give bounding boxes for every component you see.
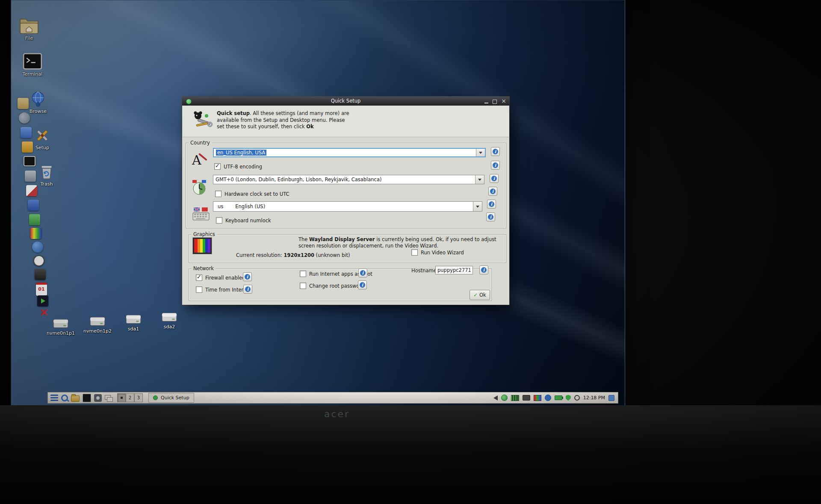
tray-eject-icon[interactable]: [608, 395, 614, 401]
desktop-icon-label: Setup: [35, 145, 49, 150]
mini-save-icon[interactable]: [28, 200, 39, 211]
keyboard-combobox[interactable]: us English (US): [213, 201, 482, 212]
graphics-display-icon: [193, 238, 212, 254]
info-button[interactable]: i: [358, 280, 367, 289]
mini-console-icon[interactable]: [24, 156, 35, 166]
info-button[interactable]: i: [487, 200, 496, 209]
mini-search-icon[interactable]: [33, 255, 44, 266]
info-button[interactable]: i: [479, 265, 488, 274]
mini-user-icon[interactable]: [32, 242, 43, 253]
checkbox-box: [216, 217, 222, 224]
workspace-1[interactable]: [117, 393, 126, 402]
workspace-2[interactable]: 2: [126, 393, 134, 402]
locale-dropdown-arrow[interactable]: [476, 149, 485, 156]
info-button[interactable]: i: [358, 268, 367, 277]
tray-keyboard-layout-icon[interactable]: [523, 395, 530, 401]
drive-icon: [53, 318, 69, 330]
mini-install-icon[interactable]: [21, 127, 32, 138]
info-button[interactable]: i: [488, 187, 497, 196]
desktop-icon-setup[interactable]: Setup: [30, 127, 55, 150]
menu-icon[interactable]: [50, 394, 58, 402]
desktop-icon-trash[interactable]: Trash: [34, 164, 59, 187]
ok-button[interactable]: ✓ Ok: [470, 290, 490, 300]
locale-value: en_US English, USA: [216, 150, 266, 156]
info-button[interactable]: i: [491, 161, 500, 170]
taskbar-task-quick-setup[interactable]: Quick Setup: [148, 393, 194, 403]
mini-palette-icon[interactable]: [30, 228, 41, 239]
desktop-drive-sda2[interactable]: sda2: [154, 311, 184, 330]
mini-home-icon[interactable]: [18, 98, 29, 109]
timezone-globe-icon: [192, 179, 207, 196]
maximize-button[interactable]: [493, 100, 497, 104]
folder-home-icon: [19, 18, 39, 35]
checkbox-box: [300, 271, 306, 277]
info-icon: i: [491, 176, 497, 181]
tray-cpu-monitor-icon[interactable]: [511, 395, 519, 401]
check-icon: ✓: [197, 274, 201, 280]
info-button[interactable]: i: [243, 285, 252, 294]
hwclock-checkbox[interactable]: Hardware clock set to UTC: [215, 191, 289, 197]
tray-display-icon[interactable]: [534, 395, 541, 401]
tray-updates-icon[interactable]: [574, 395, 580, 401]
mini-mount-icon[interactable]: [25, 171, 36, 182]
resolution-text: Current resolution: 1920x1200 (unknown b…: [236, 252, 350, 258]
minimize-button[interactable]: [484, 102, 488, 103]
video-wizard-checkbox[interactable]: Run Video Wizard: [411, 249, 464, 256]
system-tray: 12:18 PM: [493, 395, 615, 401]
graphics-frame-label: Graphics: [192, 231, 217, 237]
info-icon: i: [493, 149, 498, 154]
info-icon: i: [490, 189, 496, 194]
firewall-checkbox[interactable]: ✓ Firewall enabled: [196, 274, 245, 281]
desktop-icon-file[interactable]: File: [16, 18, 42, 41]
quick-setup-window: Quick Setup × Quick setup. All these set…: [182, 97, 509, 305]
keyboard-dropdown-arrow[interactable]: [473, 202, 482, 211]
bezel-logo: acer: [324, 409, 350, 419]
mini-edit-icon[interactable]: [26, 185, 37, 196]
info-button[interactable]: i: [490, 174, 499, 183]
mini-network-icon[interactable]: [19, 112, 30, 124]
tray-volume-icon[interactable]: [493, 395, 498, 401]
mini-quit-icon[interactable]: ×: [38, 307, 50, 318]
timezone-combobox[interactable]: GMT+0 (London, Dublin, Edinburgh, Lisbon…: [213, 175, 484, 184]
search-icon[interactable]: [61, 395, 68, 401]
mini-calendar-icon[interactable]: 01: [36, 283, 47, 296]
checkbox-box: [411, 249, 418, 256]
clock[interactable]: 12:18 PM: [583, 395, 605, 401]
terminal-launcher-icon[interactable]: [83, 394, 91, 402]
tray-firewall-shield-icon[interactable]: [566, 395, 571, 401]
info-icon: i: [245, 274, 250, 280]
network-frame-label: Network: [192, 265, 216, 271]
files-icon[interactable]: [71, 395, 80, 402]
mini-media-icon[interactable]: [37, 295, 48, 307]
mini-resize-icon[interactable]: [29, 214, 40, 225]
desktop-drive-nvme0n1p1[interactable]: nvme0n1p1: [46, 318, 76, 336]
tray-battery-icon[interactable]: [555, 395, 562, 400]
numlock-checkbox[interactable]: Keyboard numlock: [216, 217, 271, 224]
desktop-drive-nvme0n1p2[interactable]: nvme0n1p2: [83, 315, 112, 334]
video-wizard-label: Run Video Wizard: [421, 250, 464, 256]
change-root-password-checkbox[interactable]: Change root password: [300, 283, 364, 289]
terminal-icon: [23, 53, 42, 71]
tray-bluetooth-icon[interactable]: [545, 395, 551, 401]
task-label: Quick Setup: [161, 395, 189, 401]
intro-line2: available from the Setup and Desktop men…: [217, 117, 345, 123]
tray-network-icon[interactable]: [501, 395, 508, 401]
hostname-input[interactable]: [435, 266, 473, 274]
timezone-dropdown-arrow[interactable]: [475, 175, 484, 184]
locale-combobox[interactable]: en_US English, USA: [213, 148, 486, 157]
close-button[interactable]: ×: [501, 97, 506, 104]
workspace-3[interactable]: 3: [134, 393, 143, 402]
mini-package-icon[interactable]: [35, 269, 46, 280]
info-button[interactable]: i: [491, 147, 500, 156]
info-button[interactable]: i: [243, 272, 252, 281]
utf8-checkbox[interactable]: ✓ UTF-8 encoding: [214, 163, 262, 170]
mini-tools-icon[interactable]: [22, 141, 33, 153]
desktop-icon-terminal[interactable]: Terminal: [20, 53, 45, 77]
info-icon: i: [360, 282, 365, 288]
info-button[interactable]: i: [486, 212, 495, 221]
window-titlebar[interactable]: Quick Setup ×: [182, 97, 509, 106]
desktop-icon-browse[interactable]: Browse: [25, 91, 51, 114]
windows-icon[interactable]: [105, 394, 112, 402]
desktop-drive-sda1[interactable]: sda1: [118, 313, 148, 332]
screenshot-icon[interactable]: [94, 394, 102, 402]
